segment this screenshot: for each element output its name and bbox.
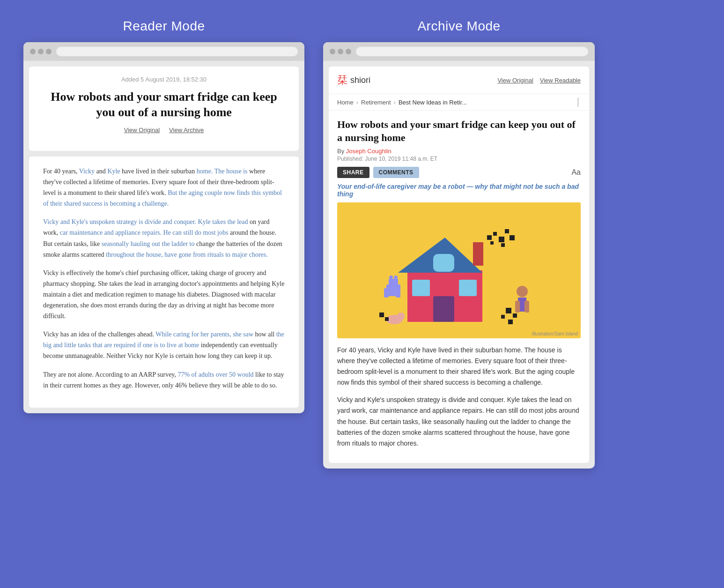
svg-rect-20: [396, 288, 400, 298]
reader-browser-dots: [30, 49, 52, 54]
reader-browser-window: Added 5 August 2019, 18:52:30 How robots…: [23, 42, 304, 413]
archive-author-link[interactable]: Joseph Coughlin: [346, 148, 392, 155]
svg-rect-12: [510, 235, 515, 240]
archive-browser-bar: [323, 42, 595, 61]
archive-body: For 40 years, Vicky and Kyle have lived …: [337, 345, 581, 449]
svg-rect-28: [513, 313, 517, 318]
reader-view-archive-link[interactable]: View Archive: [169, 127, 204, 134]
archive-header-links: View Original View Readable: [497, 77, 581, 84]
breadcrumb-home[interactable]: Home: [337, 99, 354, 106]
archive-published: Published: June 10, 2019 11:48 a.m. ET: [337, 156, 581, 162]
archive-browser-window: 栞 shiori View Original View Readable Hom…: [323, 42, 595, 469]
archive-paragraph-1: For 40 years, Vicky and Kyle have lived …: [337, 345, 581, 388]
reader-url-bar[interactable]: [56, 47, 298, 56]
archive-view-original-link[interactable]: View Original: [497, 77, 533, 84]
svg-rect-31: [379, 313, 384, 317]
reader-paragraph-1: For 40 years, Vicky and Kyle have lived …: [43, 166, 285, 209]
reader-mode-section: Reader Mode Added 5 August 2019, 18:52:3…: [23, 19, 304, 413]
page-layout: Reader Mode Added 5 August 2019, 18:52:3…: [23, 19, 701, 469]
svg-rect-10: [499, 237, 504, 242]
reader-body-section: For 40 years, Vicky and Kyle have lived …: [29, 156, 299, 408]
reader-view-original-link[interactable]: View Original: [124, 127, 160, 134]
reader-links-row: View Original View Archive: [43, 126, 285, 134]
svg-point-21: [517, 286, 528, 297]
shiori-kanji: 栞: [337, 73, 347, 87]
archive-byline: By Joseph Coughlin: [337, 148, 581, 155]
archive-image-caption: Illustration/Sam Island: [532, 331, 578, 336]
breadcrumb-sep-2: ›: [394, 99, 396, 106]
svg-rect-27: [506, 308, 511, 313]
svg-rect-3: [433, 296, 454, 322]
svg-rect-13: [490, 241, 494, 245]
svg-rect-7: [473, 242, 483, 266]
archive-article-title: How robots and your smart fridge can kee…: [337, 118, 581, 144]
svg-rect-24: [525, 301, 529, 313]
breadcrumb-section[interactable]: Retirement: [361, 99, 391, 106]
svg-point-26: [397, 313, 405, 320]
svg-rect-4: [412, 280, 430, 296]
archive-url-bar[interactable]: [356, 47, 588, 56]
breadcrumb-article: Best New Ideas in Retir...: [399, 99, 467, 106]
share-button[interactable]: SHARE: [337, 167, 369, 178]
svg-rect-29: [501, 315, 505, 319]
svg-rect-16: [389, 279, 398, 285]
archive-inner: 栞 shiori View Original View Readable Hom…: [329, 67, 589, 463]
reader-mode-title: Reader Mode: [23, 19, 304, 34]
breadcrumb: Home › Retirement › Best New Ideas in Re…: [329, 94, 589, 111]
house-illustration-svg: [361, 209, 557, 331]
reader-paragraph-2: Vicky and Kyle's unspoken strategy is di…: [43, 216, 285, 260]
archive-mode-title: Archive Mode: [323, 19, 595, 34]
reader-paragraph-4: Vicky has an idea of the challenges ahea…: [43, 329, 285, 361]
shiori-logo: 栞 shiori: [337, 73, 370, 87]
reader-browser-bar: [23, 42, 304, 61]
archive-subtitle: Your end-of-life caregiver may be a robo…: [337, 183, 581, 198]
archive-view-readable-link[interactable]: View Readable: [540, 77, 581, 84]
svg-rect-30: [508, 320, 513, 324]
dot-green-2: [346, 49, 351, 54]
svg-rect-14: [501, 243, 505, 247]
svg-rect-19: [384, 288, 389, 298]
dot-red-2: [330, 49, 335, 54]
dot-yellow-2: [338, 49, 343, 54]
reader-article-title: How robots and your smart fridge can kee…: [43, 89, 285, 120]
svg-rect-6: [433, 254, 454, 272]
dot-yellow: [38, 49, 44, 54]
reader-paragraph-3: Vicky is effectively the home's chief pu…: [43, 268, 285, 321]
shiori-text: shiori: [350, 75, 370, 85]
archive-browser-dots: [330, 49, 351, 54]
svg-rect-11: [505, 229, 509, 233]
svg-point-17: [389, 275, 393, 279]
svg-rect-9: [493, 232, 497, 236]
svg-rect-32: [385, 317, 389, 321]
comments-button[interactable]: COMMENTS: [373, 167, 419, 178]
archive-site-header: 栞 shiori View Original View Readable: [329, 67, 589, 94]
dot-red: [30, 49, 36, 54]
reader-paragraph-5: They are not alone. According to an AARP…: [43, 369, 285, 391]
archive-mode-section: Archive Mode 栞 shiori View: [323, 19, 595, 469]
scroll-icon: │: [576, 98, 581, 106]
font-size-icon[interactable]: Aa: [571, 168, 581, 177]
archive-article: How robots and your smart fridge can kee…: [329, 111, 589, 463]
archive-actions-row: SHARE COMMENTS Aa: [337, 167, 581, 178]
archive-article-image: Illustration/Sam Island: [337, 202, 581, 338]
breadcrumb-sep-1: ›: [356, 99, 358, 106]
svg-rect-23: [515, 301, 520, 313]
reader-meta-date: Added 5 August 2019, 18:52:30: [43, 76, 285, 83]
svg-rect-8: [487, 235, 492, 240]
reader-header-card: Added 5 August 2019, 18:52:30 How robots…: [29, 67, 299, 151]
dot-green: [46, 49, 52, 54]
svg-point-18: [394, 275, 398, 279]
svg-rect-5: [459, 280, 477, 296]
archive-paragraph-2: Vicky and Kyle's unspoken strategy is di…: [337, 394, 581, 448]
